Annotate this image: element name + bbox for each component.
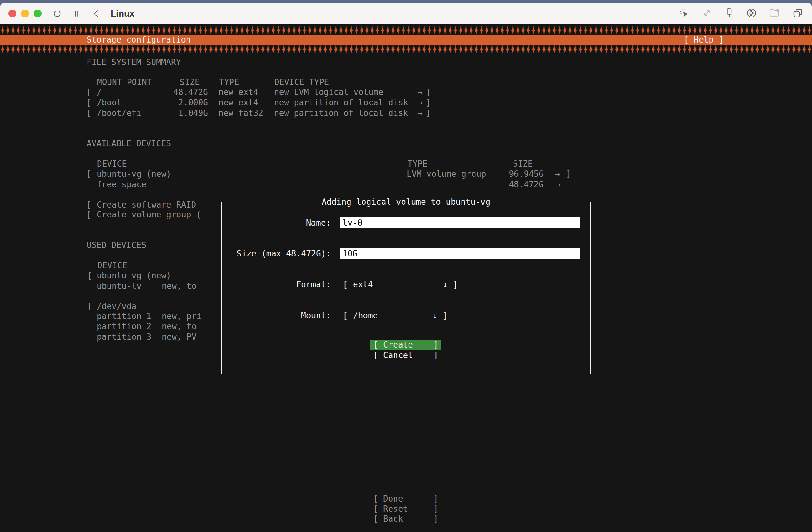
device: free space xyxy=(97,179,147,190)
back-button[interactable]: [ Back ] xyxy=(370,514,441,524)
col-type: TYPE xyxy=(408,159,427,169)
add-logical-volume-dialog: Adding logical volume to ubuntu-vg Name:… xyxy=(221,201,591,374)
zoom-button[interactable] xyxy=(34,10,42,17)
bracket: [ xyxy=(343,279,348,290)
col-device: DEVICE xyxy=(97,159,127,169)
arrow-right-icon: → xyxy=(417,97,422,108)
bracket: [ xyxy=(373,340,378,350)
bracket: ] xyxy=(426,87,431,97)
bracket: [ xyxy=(87,108,92,118)
windows-icon[interactable] xyxy=(792,8,803,20)
page-title: Storage configuration xyxy=(87,35,191,45)
cancel-button[interactable]: [ Cancel ] xyxy=(370,350,441,361)
capture-cursor-icon[interactable] xyxy=(679,8,690,20)
shared-folder-icon[interactable] xyxy=(769,8,780,20)
type: new fat32 xyxy=(219,108,263,118)
col-mount-point: MOUNT POINT xyxy=(97,77,151,88)
format-label: Format: xyxy=(231,279,331,290)
fs-row-boot[interactable]: [ /boot 2.000G new ext4 new partition of… xyxy=(0,97,812,108)
col-device: DEVICE xyxy=(97,260,127,271)
bracket: ] xyxy=(566,169,571,179)
available-row-ubuntu-vg[interactable]: [ ubuntu-vg (new) LVM volume group 96.94… xyxy=(0,169,812,179)
type: new ext4 xyxy=(219,97,258,108)
bracket: ] xyxy=(433,340,438,350)
size-input[interactable] xyxy=(340,248,580,259)
action-label: Create software RAID xyxy=(97,200,196,210)
dialog-title: Adding logical volume to ubuntu-vg xyxy=(317,197,495,207)
cancel-button-label: Cancel xyxy=(383,350,413,361)
device: ubuntu-lv xyxy=(97,281,142,291)
bracket: ] xyxy=(433,350,438,361)
device: partition 2 xyxy=(97,321,151,332)
bracket: ] xyxy=(433,514,438,524)
reset-button[interactable]: [ Reset ] xyxy=(370,504,441,514)
device: ubuntu-vg (new) xyxy=(97,270,171,281)
bracket: [ xyxy=(87,87,92,97)
device: /dev/vda xyxy=(97,301,136,312)
col-size: SIZE xyxy=(513,159,533,169)
mount-point: /boot xyxy=(97,97,121,108)
bracket: [ xyxy=(87,301,92,312)
device-note: new, PV xyxy=(162,332,197,342)
device-note: new, to xyxy=(162,281,197,291)
diamond-border-top xyxy=(0,26,812,34)
reset-button-label: Reset xyxy=(383,504,408,514)
fs-summary-title: FILE SYSTEM SUMMARY xyxy=(87,57,181,68)
mount-label: Mount: xyxy=(231,310,331,321)
type: LVM volume group xyxy=(407,169,486,179)
device: ubuntu-vg (new) xyxy=(97,169,171,179)
arrow-right-icon: → xyxy=(417,108,422,118)
used-devices-title: USED DEVICES xyxy=(87,240,146,250)
done-button[interactable]: [ Done ] xyxy=(370,494,441,504)
app-header: Storage configuration [ Help ] xyxy=(0,35,812,45)
device: partition 1 xyxy=(97,311,151,322)
create-button-label: Create xyxy=(383,340,413,350)
minimize-button[interactable] xyxy=(21,10,29,17)
type: new ext4 xyxy=(219,87,258,97)
fs-row-boot-efi[interactable]: [ /boot/efi 1.049G new fat32 new partiti… xyxy=(0,108,812,118)
mount-point: /boot/efi xyxy=(97,108,142,118)
size: 2.000G xyxy=(152,97,208,108)
col-type: TYPE xyxy=(219,77,239,88)
size: 48.472G xyxy=(152,87,208,97)
available-devices-title: AVAILABLE DEVICES xyxy=(87,138,171,149)
bracket: [ xyxy=(373,504,378,514)
bracket: [ xyxy=(87,270,92,281)
fs-summary-header: MOUNT POINT SIZE TYPE DEVICE TYPE xyxy=(0,77,812,88)
chevron-down-icon: ↓ xyxy=(443,279,448,290)
bracket: ] xyxy=(433,494,438,504)
window-title: Linux xyxy=(111,9,134,19)
traffic-lights xyxy=(8,10,42,17)
device-type: new partition of local disk xyxy=(274,108,408,118)
help-button[interactable]: [ Help ] xyxy=(684,35,724,45)
play-back-icon[interactable] xyxy=(92,9,101,18)
bracket: [ xyxy=(373,350,378,361)
bracket: [ xyxy=(87,169,92,179)
bracket: ] xyxy=(426,97,431,108)
resize-window-icon[interactable] xyxy=(701,8,712,20)
col-size: SIZE xyxy=(180,77,200,88)
power-icon[interactable] xyxy=(52,9,62,18)
available-row-free-space[interactable]: free space 48.472G → xyxy=(0,179,812,190)
name-input[interactable] xyxy=(340,218,580,228)
done-button-label: Done xyxy=(383,494,403,504)
disc-icon[interactable] xyxy=(746,8,757,20)
bracket: [ xyxy=(373,494,378,504)
bracket: [ xyxy=(87,97,92,108)
bracket: [ xyxy=(87,200,92,210)
fs-row-root[interactable]: [ / 48.472G new ext4 new LVM logical vol… xyxy=(0,87,812,97)
device: partition 3 xyxy=(97,332,151,342)
create-button[interactable]: [ Create ] xyxy=(370,340,441,350)
device-type: new LVM logical volume xyxy=(274,87,383,97)
action-label: Create volume group ( xyxy=(97,210,201,220)
close-button[interactable] xyxy=(8,10,16,17)
bracket: ] xyxy=(433,504,438,514)
pause-icon[interactable] xyxy=(73,9,81,18)
titlebar-tools xyxy=(679,2,803,25)
bracket: ] xyxy=(443,310,448,321)
chevron-down-icon: ↓ xyxy=(432,310,437,321)
bracket: [ xyxy=(373,514,378,524)
col-device-type: DEVICE TYPE xyxy=(274,77,329,88)
usb-icon[interactable] xyxy=(724,7,734,20)
titlebar: Linux xyxy=(0,2,812,25)
